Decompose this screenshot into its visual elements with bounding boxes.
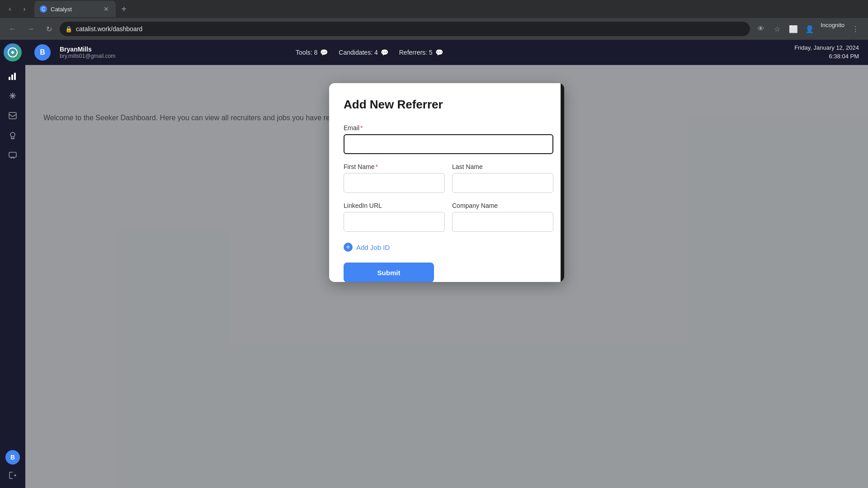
stat-tools: Tools: 8 💬 — [296, 49, 328, 56]
sidebar-item-analytics[interactable] — [4, 67, 22, 85]
app-layout: B B BryanMills bry.mills01@gmail.com Too… — [0, 40, 868, 488]
address-bar[interactable]: 🔒 catalist.work/dashboard — [60, 22, 750, 36]
sidebar-item-ideas[interactable] — [4, 127, 22, 145]
last-name-group: Last Name — [452, 163, 553, 193]
svg-rect-2 — [11, 75, 13, 80]
new-tab-btn[interactable]: + — [118, 3, 130, 15]
svg-rect-1 — [9, 77, 10, 80]
sidebar-user-avatar[interactable]: B — [5, 450, 20, 465]
last-name-input[interactable] — [452, 173, 553, 193]
address-text: catalist.work/dashboard — [76, 25, 745, 33]
sidebar-bottom: B — [4, 450, 22, 484]
tab-favicon: C — [40, 5, 47, 13]
linkedin-input[interactable] — [344, 212, 445, 232]
tab-arrow-btn-right[interactable]: › — [18, 3, 31, 15]
scroll-indicator — [561, 83, 564, 282]
add-job-icon: + — [344, 243, 353, 252]
referrers-icon: 💬 — [435, 49, 443, 56]
company-group: Company Name — [452, 202, 553, 232]
topbar: B BryanMills bry.mills01@gmail.com Tools… — [25, 40, 868, 65]
bookmark-icon[interactable]: ☆ — [770, 22, 784, 36]
main-area: B BryanMills bry.mills01@gmail.com Tools… — [25, 40, 868, 488]
candidates-icon: 💬 — [381, 49, 388, 56]
profile-icon[interactable]: 👤 — [802, 22, 817, 36]
user-email: bry.mills01@gmail.com — [60, 53, 115, 59]
back-btn[interactable]: ← — [5, 22, 20, 36]
forward-btn[interactable]: → — [24, 22, 38, 36]
svg-point-9 — [10, 132, 15, 137]
signout-icon[interactable] — [4, 466, 22, 484]
first-name-label: First Name* — [344, 163, 445, 170]
topbar-avatar: B — [34, 44, 51, 61]
linkedin-group: LinkedIn URL — [344, 202, 445, 232]
split-view-icon[interactable]: ⬜ — [786, 22, 801, 36]
company-input[interactable] — [452, 212, 553, 232]
incognito-label: Incognito — [819, 22, 846, 36]
user-info: BryanMills bry.mills01@gmail.com — [60, 46, 115, 59]
svg-rect-11 — [9, 152, 16, 157]
sidebar-item-inbox[interactable] — [4, 107, 22, 125]
user-name: BryanMills — [60, 46, 115, 53]
tab-bar: ‹ › C Catalyst ✕ + — [0, 0, 868, 18]
candidates-label: Candidates: 4 — [339, 49, 377, 56]
app-logo[interactable] — [4, 43, 22, 61]
linkedin-label: LinkedIn URL — [344, 202, 445, 209]
last-name-label: Last Name — [452, 163, 553, 170]
name-row: First Name* Last Name — [344, 163, 553, 193]
refresh-btn[interactable]: ↻ — [42, 22, 56, 36]
nav-actions: 👁 ☆ ⬜ 👤 Incognito ⋮ — [754, 22, 863, 36]
referrers-label: Referrers: 5 — [399, 49, 433, 56]
stat-candidates: Candidates: 4 💬 — [339, 49, 388, 56]
submit-btn[interactable]: Submit — [344, 263, 434, 282]
tab-controls: ‹ › — [4, 3, 31, 15]
email-input[interactable] — [344, 134, 553, 154]
add-job-btn[interactable]: + Add Job ID — [344, 241, 390, 253]
first-name-input[interactable] — [344, 173, 445, 193]
menu-icon[interactable]: ⋮ — [848, 22, 863, 36]
tools-label: Tools: 8 — [296, 49, 317, 56]
linkedin-company-row: LinkedIn URL Company Name — [344, 202, 553, 232]
modal-title: Add New Referrer — [344, 98, 553, 112]
svg-rect-3 — [14, 73, 16, 80]
eyeoff-icon[interactable]: 👁 — [754, 22, 768, 36]
sidebar-item-tools[interactable] — [4, 87, 22, 105]
tab-title: Catalyst — [51, 6, 99, 13]
tab-close-btn[interactable]: ✕ — [102, 5, 110, 13]
browser-chrome: ‹ › C Catalyst ✕ + ← → ↻ 🔒 catalist.work… — [0, 0, 868, 40]
topbar-datetime: Friday, January 12, 2024 6:38:04 PM — [794, 44, 859, 60]
email-group: Email* — [344, 124, 553, 154]
lock-icon: 🔒 — [65, 26, 72, 33]
company-label: Company Name — [452, 202, 553, 209]
modal-content: Add New Referrer Email* — [329, 83, 564, 282]
sidebar-item-chat[interactable] — [4, 146, 22, 164]
tab-arrow-btn[interactable]: ‹ — [4, 3, 16, 15]
nav-bar: ← → ↻ 🔒 catalist.work/dashboard 👁 ☆ ⬜ 👤 … — [0, 18, 868, 40]
sidebar: B — [0, 40, 25, 488]
active-tab[interactable]: C Catalyst ✕ — [34, 1, 116, 17]
tools-icon: 💬 — [320, 49, 328, 56]
email-label: Email* — [344, 124, 553, 131]
first-name-group: First Name* — [344, 163, 445, 193]
add-referrer-modal: Add New Referrer Email* — [329, 83, 564, 282]
date-line1: Friday, January 12, 2024 — [794, 44, 859, 52]
topbar-stats: Tools: 8 💬 Candidates: 4 💬 Referrers: 5 … — [296, 49, 443, 56]
svg-rect-8 — [9, 113, 16, 119]
add-job-label: Add Job ID — [356, 244, 390, 251]
modal-overlay: Add New Referrer Email* — [25, 65, 868, 488]
content-area: 👥 Referrer 👤 Candidate Welcome to the Se… — [25, 65, 868, 488]
date-line2: 6:38:04 PM — [794, 52, 859, 61]
stat-referrers: Referrers: 5 💬 — [399, 49, 443, 56]
